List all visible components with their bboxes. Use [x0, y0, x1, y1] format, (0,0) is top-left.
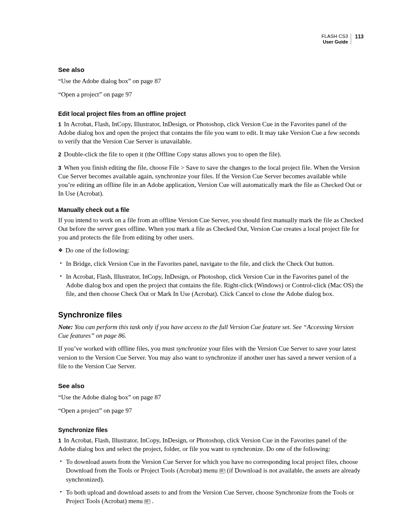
paragraph: If you intend to work on a file from an … [58, 216, 364, 242]
list-item: In Acrobat, Flash, Illustrator, InCopy, … [66, 272, 364, 299]
svg-rect-7 [145, 502, 148, 502]
document-page: FLASH CS3 User Guide 113 See also “Use t… [0, 0, 411, 532]
list-item: To both upload and download assets to an… [66, 488, 364, 506]
bullet-list: In Bridge, click Version Cue in the Favo… [58, 259, 364, 299]
step-text: In Acrobat, Flash, Illustrator, InCopy, … [58, 437, 347, 452]
manual-checkout-section: Manually check out a file If you intend … [58, 206, 364, 299]
note-body: You can perform this task only if you ha… [58, 324, 354, 339]
list-item: To download assets from the Version Cue … [66, 457, 364, 484]
see-also-section: See also “Use the Adobe dialog box” on p… [58, 65, 364, 99]
step-item: 1In Acrobat, Flash, InCopy, Illustrator,… [58, 120, 364, 146]
section-heading: Synchronize files [58, 310, 364, 320]
tools-menu-icon [144, 499, 150, 504]
step-text: In Acrobat, Flash, InCopy, Illustrator, … [58, 121, 360, 145]
step-item: 1In Acrobat, Flash, Illustrator, InCopy,… [58, 436, 364, 454]
svg-rect-1 [220, 470, 223, 470]
note-label: Note: [58, 324, 73, 330]
bullet-list: To download assets from the Version Cue … [58, 457, 364, 505]
page-number: 113 [352, 34, 364, 40]
svg-rect-3 [220, 471, 223, 472]
step-text: Double-click the file to open it (the Of… [64, 151, 281, 158]
subsection-heading: Edit local project files from an offline… [58, 110, 364, 118]
edit-local-section: Edit local project files from an offline… [58, 110, 364, 198]
subsection-heading: Synchronize files [58, 426, 364, 434]
guide-label: User Guide [323, 39, 348, 44]
step-number: 1 [58, 437, 61, 444]
step-number: 2 [58, 151, 61, 158]
sync-files-section: Synchronize files 1In Acrobat, Flash, Il… [58, 426, 364, 506]
diamond-icon: ❖ [58, 247, 63, 254]
list-item: In Bridge, click Version Cue in the Favo… [66, 259, 364, 268]
see-also-link: “Use the Adobe dialog box” on page 87 [58, 77, 364, 85]
svg-rect-5 [145, 500, 148, 501]
text-run: . [152, 498, 154, 504]
see-also-link: “Open a project” on page 97 [58, 90, 364, 99]
lead-text: Do one of the following: [65, 247, 129, 254]
svg-rect-6 [145, 501, 148, 501]
note-paragraph: Note: You can perform this task only if … [58, 323, 364, 340]
product-name: FLASH CS3 [321, 34, 348, 39]
italic-run: synchronize [176, 345, 207, 352]
sync-section: Synchronize files Note: You can perform … [58, 310, 364, 371]
text-run: To both upload and download assets to an… [66, 489, 354, 504]
lead-line: ❖Do one of the following: [58, 246, 364, 255]
see-also-link: “Open a project” on page 97 [58, 406, 364, 415]
step-item: 2Double-click the file to open it (the O… [58, 150, 364, 159]
tools-menu-icon [219, 468, 225, 473]
see-also-link: “Use the Adobe dialog box” on page 87 [58, 393, 364, 401]
subsection-heading: Manually check out a file [58, 206, 364, 214]
text-run: If you’ve worked with offline files, you… [58, 345, 176, 352]
step-text: When you finish editing the file, choose… [58, 164, 362, 197]
step-item: 3When you finish editing the file, choos… [58, 163, 364, 198]
see-also-section: See also “Use the Adobe dialog box” on p… [58, 382, 364, 415]
see-also-heading: See also [58, 65, 364, 74]
paragraph: If you’ve worked with offline files, you… [58, 344, 364, 370]
see-also-heading: See also [58, 382, 364, 390]
svg-rect-2 [220, 470, 223, 471]
page-header: FLASH CS3 User Guide 113 [321, 34, 364, 45]
step-number: 3 [58, 165, 61, 171]
step-number: 1 [58, 121, 61, 128]
